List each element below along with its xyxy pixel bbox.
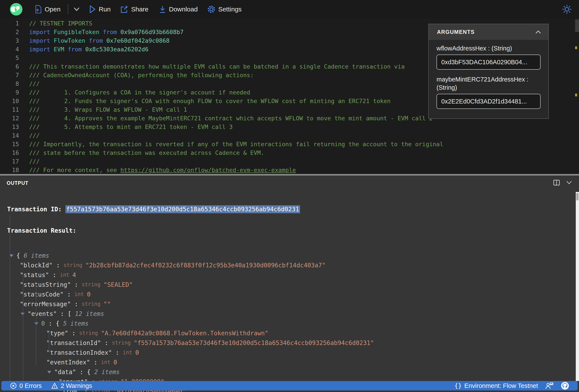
line-number: 10 [0,98,19,104]
output-tree-expandable-row[interactable]: "data" : { 2 items [0,367,575,377]
environment-label: Environment: Flow Testnet [464,382,538,390]
code-text: /// For more context, see https://github… [19,167,296,173]
github-icon[interactable] [561,382,569,390]
argument-label-maybeMintERC721AddressHex: maybeMintERC721AddressHex : (String) [436,75,541,92]
feedback-person-icon[interactable] [545,382,554,390]
output-tree-row: "statusCode" : int 0 [0,289,575,299]
code-line[interactable]: 18/// For more context, see https://gith… [0,166,579,174]
run-play-icon [89,5,96,13]
code-line[interactable]: 14/// [0,131,579,140]
indent-guide [36,283,36,366]
line-number: 7 [0,72,19,78]
arguments-panel-body: wflowAddressHex : (String) maybeMintERC7… [429,40,548,114]
panel-resize-handle[interactable] [0,174,579,175]
line-number: 13 [0,123,19,130]
flow-logo [10,3,22,15]
line-number: 16 [0,149,19,156]
transaction-id-label: Transaction ID: [7,206,66,213]
code-text: /// [19,132,40,139]
line-number: 14 [0,132,19,139]
run-button[interactable]: Run [89,5,111,13]
argument-label-wflowAddressHex: wflowAddressHex : (String) [436,44,541,53]
code-text: /// [19,158,40,165]
download-button[interactable]: Download [159,5,198,13]
output-tree-row: "type" : string "A.7e60df042a9c0868.Flow… [0,328,575,338]
output-tree-row: "errorMessage" : string "" [0,299,575,309]
output-tree-expandable-row[interactable]: { 6 items [0,251,575,261]
collapse-chevron-up-icon[interactable] [534,30,542,35]
code-text: /// 1. Configures a COA in the signer's … [19,89,250,96]
errors-count: 0 Errors [19,382,42,390]
settings-label: Settings [218,6,242,13]
output-tree-expandable-row[interactable]: 0 : { 5 items [0,319,575,328]
line-number: 12 [0,115,19,122]
open-label: Open [45,6,61,13]
code-text: import FungibleToken from 0x9a0766d93b66… [19,29,184,35]
environment-status[interactable]: {} Environment: Flow Testnet [454,382,538,390]
expand-collapse-triangle-icon[interactable] [47,371,51,373]
output-title: OUTPUT [7,180,28,186]
share-icon [120,5,128,13]
arguments-panel: ARGUMENTS wflowAddressHex : (String) may… [428,24,549,119]
status-bar: 0 Errors 2 Warnings {} Environment: Flow… [1,381,578,391]
code-text: /// 4. Approves the example MaybeMintERC… [19,115,433,122]
transaction-result-label: Transaction Result: [7,227,76,234]
toolbar: Open Run Share Download [0,0,579,19]
output-tree-row: "statusString" : string "SEALED" [0,280,575,289]
code-text: import FlowToken from 0x7e60df042a9c0868 [19,37,169,44]
expand-collapse-triangle-icon[interactable] [21,313,25,315]
line-number: 11 [0,106,19,113]
code-text: /// 5. Attempts to mint an ERC721 token … [19,123,233,130]
flow-runner-app: Open Run Share Download [0,0,579,392]
run-label: Run [99,6,111,13]
line-number: 6 [0,63,19,70]
line-number: 17 [0,158,19,165]
argument-input-maybeMintERC721AddressHex[interactable] [436,94,541,109]
code-line[interactable]: 15/// Importantly, the transaction is re… [0,140,579,148]
download-label: Download [169,6,198,13]
editor-overview-ruler[interactable] [575,19,579,174]
share-label: Share [131,6,148,13]
output-tree-row: "transactionId" : string "f557a1573b76aa… [0,338,575,348]
errors-status[interactable]: 0 Errors [10,382,42,390]
output-tree-row: "blockId" : string "2b28cbfb87da2cfec4f0… [0,261,575,270]
warning-mark [575,94,577,96]
editor-scrollbar-thumb[interactable] [575,19,579,32]
code-text: /// 3. Wraps FLOW as WFLOW - EVM call 1 [19,106,187,113]
warnings-status[interactable]: 2 Warnings [51,382,92,390]
line-number: 3 [0,37,19,44]
line-number: 1 [0,20,19,27]
line-number: 18 [0,167,19,173]
code-line[interactable]: 13/// 5. Attempts to mint an ERC721 toke… [0,122,579,131]
braces-icon: {} [454,382,462,390]
code-text: /// Importantly, the transaction is reve… [19,141,443,148]
transaction-result-tree: { 6 items"blockId" : string "2b28cbfb87d… [0,251,575,392]
code-text: /// CadenceOwnedAccount (COA), performin… [19,72,254,78]
code-text: /// [19,80,40,87]
code-text: import EVM from 0x8c5303eaa26202d6 [19,46,148,53]
open-dropdown-chevron-icon[interactable] [73,7,80,12]
collapse-output-chevron-icon[interactable] [566,180,573,185]
split-editor-icon[interactable] [553,179,560,186]
line-number: 9 [0,89,19,96]
arguments-panel-header[interactable]: ARGUMENTS [429,24,548,40]
code-line[interactable]: 16/// state before the transaction was e… [0,148,579,157]
error-icon [10,382,17,389]
settings-button[interactable]: Settings [207,5,242,13]
open-button[interactable]: Open [35,5,61,13]
transaction-id-value[interactable]: f557a1573b76aa53e73d46f3e10d200d5c18a653… [66,205,300,213]
warning-icon [51,382,58,389]
output-panel: OUTPUT Transaction ID: f557a1573b76aa53e… [0,175,579,392]
output-scrollbar-thumb[interactable] [576,193,579,201]
theme-toggle-sun-icon[interactable] [562,4,572,14]
code-line[interactable]: 17/// [0,157,579,166]
transaction-id-line: Transaction ID: f557a1573b76aa53e73d46f3… [0,206,575,213]
share-button[interactable]: Share [120,5,148,13]
code-text: /// This transaction demonstrates how mu… [19,63,405,70]
output-scrollbar[interactable] [576,192,579,381]
output-tree-expandable-row[interactable]: "events" : [ 12 items [0,309,575,319]
argument-input-wflowAddressHex[interactable] [436,55,541,70]
transaction-result-line: Transaction Result: [0,227,575,234]
line-number: 4 [0,46,19,53]
expand-collapse-triangle-icon[interactable] [34,322,38,325]
